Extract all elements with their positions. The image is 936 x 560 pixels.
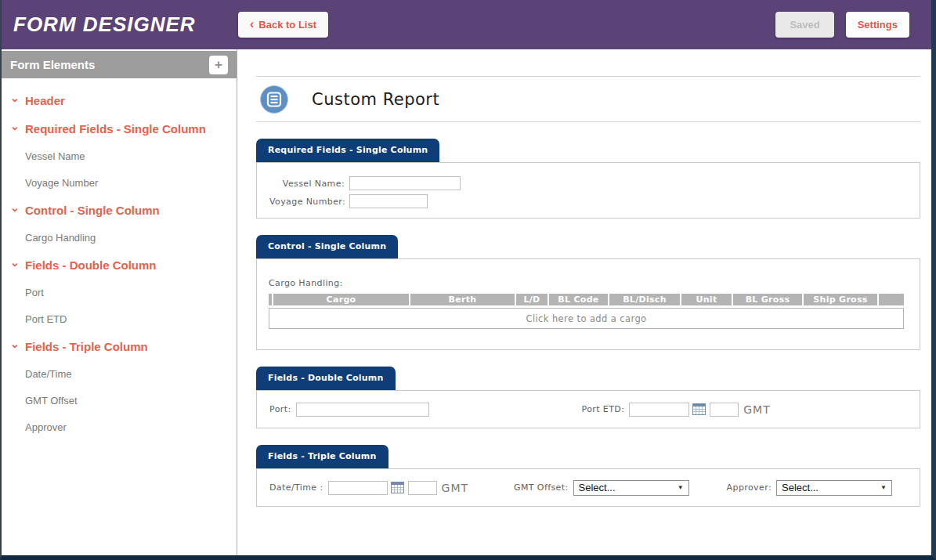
chevron-down-icon: ⌄ (10, 121, 25, 132)
add-element-button[interactable]: + (209, 56, 228, 74)
port-etd-label: Port ETD: (582, 404, 625, 414)
cargo-table: Cargo Berth L/D BL Code BL/Disch Date Un… (269, 294, 904, 329)
sidebar-group-required-fields[interactable]: ⌄ Required Fields - Single Column (2, 114, 237, 143)
sidebar-group-triple-column[interactable]: ⌄ Fields - Triple Column (2, 332, 237, 360)
dropdown-arrow-icon: ▼ (678, 484, 684, 491)
divider (256, 121, 920, 122)
gmt-offset-select[interactable]: Select... ▼ (573, 480, 689, 496)
sidebar-title: Form Elements (10, 58, 209, 71)
cargo-handling-label: Cargo Handling: (269, 278, 908, 288)
chevron-down-icon: ⌄ (10, 92, 25, 103)
port-etd-calendar-icon[interactable] (692, 403, 706, 415)
section-panel: Date/Time : GMT GMT Offset: Select... (256, 468, 920, 507)
column-header-bl-gross: BL Gross (733, 294, 802, 305)
table-header-spacer (269, 294, 272, 305)
gmt-offset-label: GMT Offset: (514, 482, 569, 493)
sidebar-item-port-etd[interactable]: Port ETD (2, 305, 237, 332)
port-label: Port: (269, 404, 291, 414)
port-input[interactable] (296, 403, 429, 417)
form-elements-sidebar: Form Elements + ⌄ Header ⌄ Required Fiel… (2, 49, 237, 555)
sidebar-item-cargo-handling[interactable]: Cargo Handling (2, 224, 237, 251)
section-tab: Fields - Triple Column (256, 445, 388, 468)
datetime-gmt-input[interactable] (408, 481, 437, 495)
column-header-cargo: Cargo (273, 294, 409, 305)
element-tree: ⌄ Header ⌄ Required Fields - Single Colu… (2, 78, 237, 440)
column-header-unit: Unit (681, 294, 732, 305)
chevron-left-icon: ‹ (250, 18, 254, 31)
back-to-list-label: Back to List (258, 19, 316, 31)
gmt-suffix-label: GMT (442, 482, 468, 494)
port-etd-gmt-input[interactable] (710, 403, 739, 417)
datetime-date-input[interactable] (328, 481, 388, 495)
datetime-label: Date/Time : (269, 482, 323, 493)
column-header-berth: Berth (410, 294, 515, 305)
datetime-calendar-icon[interactable] (391, 482, 404, 493)
section-panel: Vessel Name: Voyage Number: (256, 162, 920, 219)
saved-button[interactable]: Saved (775, 12, 833, 38)
section-double-column: Fields - Double Column Port: Port ETD: (256, 367, 920, 428)
body: Form Elements + ⌄ Header ⌄ Required Fiel… (2, 49, 931, 555)
section-required-fields: Required Fields - Single Column Vessel N… (256, 139, 920, 219)
sidebar-header: Form Elements + (2, 51, 237, 78)
add-cargo-row[interactable]: Click here to add a cargo (269, 308, 904, 329)
column-header-ld: L/D (516, 294, 548, 305)
section-triple-column: Fields - Triple Column Date/Time : GMT G… (256, 445, 920, 507)
report-icon (259, 85, 289, 114)
vessel-name-input[interactable] (349, 176, 461, 190)
back-to-list-button[interactable]: ‹ Back to List (238, 12, 328, 38)
chevron-down-icon: ⌄ (10, 338, 25, 349)
column-header-bl-disch-date: BL/Disch Date (609, 294, 680, 305)
section-tab: Required Fields - Single Column (256, 139, 439, 162)
sidebar-item-datetime[interactable]: Date/Time (2, 360, 237, 387)
voyage-number-input[interactable] (349, 194, 428, 208)
dropdown-arrow-icon: ▼ (880, 484, 887, 491)
section-control: Control - Single Column Cargo Handling: … (256, 235, 920, 350)
voyage-number-label: Voyage Number: (269, 197, 345, 207)
app-title: FORM DESIGNER (13, 13, 196, 37)
gmt-suffix-label: GMT (743, 403, 770, 416)
form-canvas: Custom Report Required Fields - Single C… (237, 49, 931, 555)
approver-label: Approver: (727, 482, 772, 493)
app-window: FORM DESIGNER ‹ Back to List Saved Setti… (0, 0, 936, 560)
sidebar-group-header[interactable]: ⌄ Header (2, 86, 237, 114)
sidebar-group-double-column[interactable]: ⌄ Fields - Double Column (2, 251, 237, 279)
sidebar-group-control[interactable]: ⌄ Control - Single Column (2, 196, 237, 224)
report-header: Custom Report (256, 77, 920, 121)
vessel-name-label: Vessel Name: (269, 179, 345, 189)
sidebar-item-voyage-number[interactable]: Voyage Number (2, 169, 237, 196)
section-panel: Port: Port ETD: GMT (256, 390, 920, 428)
table-header-spacer (879, 294, 904, 305)
approver-select[interactable]: Select... ▼ (776, 480, 892, 496)
sidebar-item-gmt-offset[interactable]: GMT Offset (2, 387, 237, 414)
chevron-down-icon: ⌄ (10, 257, 25, 268)
top-bar: FORM DESIGNER ‹ Back to List Saved Setti… (2, 0, 931, 49)
sidebar-item-port[interactable]: Port (2, 279, 237, 305)
settings-button[interactable]: Settings (846, 12, 909, 38)
section-tab: Fields - Double Column (256, 367, 396, 390)
port-etd-date-input[interactable] (629, 403, 689, 417)
sidebar-item-approver[interactable]: Approver (2, 414, 237, 440)
page-title: Custom Report (312, 90, 439, 109)
column-header-bl-code: BL Code (549, 294, 608, 305)
chevron-down-icon: ⌄ (10, 202, 25, 213)
section-panel: Cargo Handling: Cargo Berth L/D BL Code … (256, 258, 920, 350)
column-header-ship-gross: Ship Gross (804, 294, 877, 305)
header-actions: Saved Settings (775, 12, 909, 38)
section-tab: Control - Single Column (256, 235, 398, 258)
cargo-table-header: Cargo Berth L/D BL Code BL/Disch Date Un… (269, 294, 904, 305)
sidebar-item-vessel-name[interactable]: Vessel Name (2, 143, 237, 169)
